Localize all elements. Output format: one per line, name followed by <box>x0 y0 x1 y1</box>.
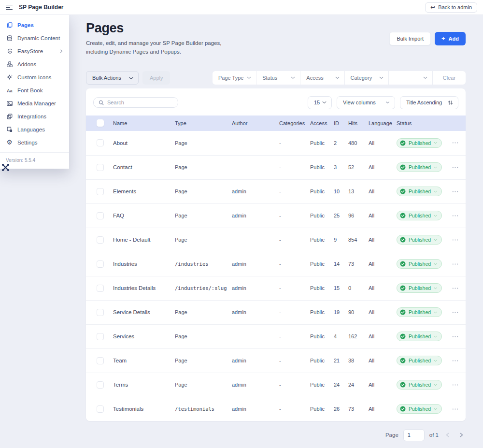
previous-page-button[interactable] <box>443 432 452 438</box>
page-access: Public <box>310 358 334 363</box>
page-name[interactable]: Home - Default <box>113 237 175 243</box>
row-checkbox[interactable] <box>97 405 104 413</box>
row-actions-button[interactable] <box>452 309 459 316</box>
page-name[interactable]: Industries Details <box>113 285 175 291</box>
page-size-select[interactable]: 15 <box>308 96 332 109</box>
clear-filters-button[interactable]: Clear <box>433 71 466 85</box>
filter-access-dropdown[interactable]: Access <box>300 71 344 85</box>
page-access: Public <box>310 188 334 194</box>
status-badge[interactable]: Published <box>397 211 442 220</box>
row-actions-button[interactable] <box>452 164 459 171</box>
row-actions-button[interactable] <box>452 405 459 413</box>
bulk-import-button[interactable]: Bulk Import <box>389 32 431 45</box>
row-checkbox[interactable] <box>97 309 104 316</box>
filter-status-dropdown[interactable]: Status <box>256 71 300 85</box>
select-all-checkbox[interactable] <box>97 119 104 127</box>
filter-page-type-dropdown[interactable]: Page Type <box>213 71 256 85</box>
page-name[interactable]: Elements <box>113 188 175 194</box>
page-name[interactable]: Terms <box>113 382 175 388</box>
check-circle-icon <box>400 261 406 267</box>
status-badge[interactable]: Published <box>397 259 442 269</box>
row-checkbox[interactable] <box>97 333 104 340</box>
page-author: admin <box>232 188 279 194</box>
status-badge[interactable]: Published <box>397 380 442 390</box>
page-categories: - <box>279 309 310 315</box>
page-categories: - <box>279 261 310 267</box>
sidebar-item-media-manager[interactable]: Media Manager <box>0 97 69 110</box>
back-to-admin-button[interactable]: ↩ Back to admin <box>425 2 477 13</box>
sidebar-item-pages[interactable]: Pages <box>0 18 69 31</box>
status-badge[interactable]: Published <box>397 283 442 293</box>
custom-icons-icon <box>6 73 13 81</box>
row-checkbox[interactable] <box>97 357 104 364</box>
page-id: 24 <box>334 382 348 388</box>
row-actions-button[interactable] <box>452 357 459 364</box>
search-box[interactable] <box>93 97 178 108</box>
page-access: Public <box>310 140 334 146</box>
sidebar-item-dynamic-content[interactable]: Dynamic Content <box>0 31 69 44</box>
page-name[interactable]: About <box>113 140 175 146</box>
page-access: Public <box>310 164 334 170</box>
sidebar-item-languages[interactable]: Languages <box>0 123 69 136</box>
sidebar-item-addons[interactable]: Addons <box>0 58 69 71</box>
sidebar-item-settings[interactable]: ⚙Settings <box>0 136 69 149</box>
filter-category-dropdown[interactable]: Category <box>345 71 389 85</box>
row-checkbox[interactable] <box>97 188 104 195</box>
table-header-row: Name Type Author Categories Access ID Hi… <box>86 116 466 131</box>
row-checkbox[interactable] <box>97 285 104 292</box>
row-checkbox[interactable] <box>97 236 104 244</box>
status-badge[interactable]: Published <box>397 138 442 148</box>
row-actions-button[interactable] <box>452 333 459 340</box>
page-categories: - <box>279 213 310 218</box>
page-name[interactable]: Industries <box>113 261 175 267</box>
status-badge[interactable]: Published <box>397 307 442 317</box>
row-checkbox[interactable] <box>97 164 104 171</box>
status-badge[interactable]: Published <box>397 162 442 172</box>
sidebar-item-font-book[interactable]: AaFont Book <box>0 84 69 97</box>
row-actions-button[interactable] <box>452 381 459 389</box>
chevron-down-icon <box>385 101 390 104</box>
status-badge[interactable]: Published <box>397 187 442 196</box>
row-checkbox[interactable] <box>97 260 104 268</box>
page-name[interactable]: Team <box>113 358 175 363</box>
sort-order-select[interactable]: Title Ascending <box>400 96 458 109</box>
page-name[interactable]: Service Details <box>113 309 175 315</box>
bulk-actions-dropdown[interactable]: Bulk Actions <box>86 71 139 85</box>
sidebar-item-custom-icons[interactable]: Custom Icons <box>0 71 69 84</box>
table-row: Service DetailsPageadmin-Public1990AllPu… <box>86 300 466 324</box>
row-actions-button[interactable] <box>452 285 459 292</box>
sidebar-item-easystore[interactable]: EasyStore <box>0 44 69 58</box>
row-actions-button[interactable] <box>452 139 459 146</box>
row-actions-button[interactable] <box>452 188 459 195</box>
page-name[interactable]: FAQ <box>113 213 175 218</box>
page-name[interactable]: Testimonials <box>113 406 175 412</box>
status-badge[interactable]: Published <box>397 404 442 414</box>
filter-extra-dropdown[interactable] <box>389 71 433 85</box>
status-badge[interactable]: Published <box>397 356 442 365</box>
page-number-input[interactable] <box>403 429 425 441</box>
next-page-button[interactable] <box>457 432 466 438</box>
search-input[interactable] <box>107 100 173 105</box>
hamburger-menu-icon[interactable] <box>6 5 13 10</box>
row-checkbox[interactable] <box>97 139 104 146</box>
table-row: AboutPage-Public2480AllPublished <box>86 131 466 155</box>
sidebar-item-integrations[interactable]: Integrations <box>0 110 69 123</box>
status-badge[interactable]: Published <box>397 235 442 245</box>
add-page-button[interactable]: + Add <box>435 32 466 45</box>
sort-arrows-icon <box>448 100 453 105</box>
table-row: ServicesPage-Public4162AllPublished <box>86 324 466 348</box>
apply-button[interactable]: Apply <box>142 71 170 85</box>
row-checkbox[interactable] <box>97 212 104 219</box>
row-checkbox[interactable] <box>97 381 104 389</box>
row-actions-button[interactable] <box>452 236 459 244</box>
row-actions-button[interactable] <box>452 260 459 268</box>
page-author: admin <box>232 358 279 363</box>
row-actions-button[interactable] <box>452 212 459 219</box>
view-columns-select[interactable]: View columns <box>337 96 395 109</box>
page-name[interactable]: Services <box>113 333 175 339</box>
page-id: 2 <box>334 140 348 146</box>
column-header-language: Language <box>369 120 397 126</box>
page-name[interactable]: Contact <box>113 164 175 170</box>
status-badge[interactable]: Published <box>397 332 442 341</box>
page-hits: 162 <box>348 333 369 339</box>
